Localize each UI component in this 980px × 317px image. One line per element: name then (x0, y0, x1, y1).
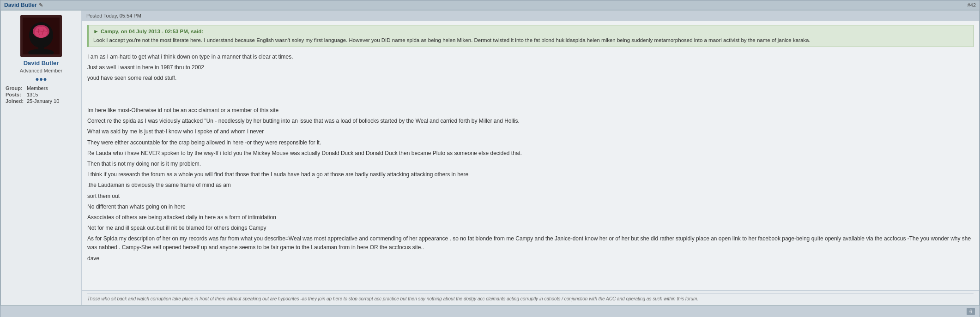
quote-block: ► Campy, on 04 July 2013 - 02:53 PM, sai… (87, 25, 974, 47)
posts-label: Posts: (6, 92, 25, 97)
post-header-bar: Posted Today, 05:54 PM (82, 11, 979, 21)
post-line (87, 85, 974, 94)
quote-text: Look I accept you're not the most litera… (93, 36, 968, 44)
user-sidebar: David Butler Advanced Member ●●● Group: … (1, 11, 82, 305)
posts-row: Posts: 1315 (6, 92, 77, 97)
page-number[interactable]: 6 (967, 308, 975, 315)
user-title: Advanced Member (20, 68, 62, 73)
signature: Those who sit back and watch corruption … (87, 293, 974, 302)
post-footer: Those who sit back and watch corruption … (82, 290, 979, 305)
user-rank-dots: ●●● (35, 75, 47, 83)
avatar-container (20, 15, 62, 57)
group-row: Group: Members (6, 85, 77, 91)
joined-value: 25-January 10 (27, 98, 59, 104)
post-line: As for Spida my description of her on my… (87, 234, 974, 252)
post-line: Correct re the spida as I was viciously … (87, 117, 974, 126)
post-line (87, 96, 974, 104)
bottom-bar: 6 (0, 305, 980, 317)
post-line: Re Lauda who i have NEVER spoken to by t… (87, 149, 974, 158)
post-line: What wa said by me is just that-I know w… (87, 127, 974, 136)
edit-icon: ✎ (39, 2, 43, 8)
joined-row: Joined: 25-January 10 (6, 98, 77, 104)
sidebar-username[interactable]: David Butler (24, 60, 59, 66)
post-body: ► Campy, on 04 July 2013 - 02:53 PM, sai… (82, 21, 979, 290)
posts-value: 1315 (27, 92, 38, 97)
username-header: David Butler ✎ (4, 2, 43, 8)
quote-arrow-icon: ► (93, 28, 99, 35)
post-outer-wrapper: David Butler ✎ #42 (0, 0, 980, 317)
avatar (20, 15, 62, 57)
post-line: Then that is not my doing nor is it my p… (87, 160, 974, 168)
post-line: .the Laudaman is obviously the same fram… (87, 181, 974, 190)
group-value: Members (27, 85, 48, 91)
group-label: Group: (6, 85, 25, 91)
username-label[interactable]: David Butler (4, 2, 37, 8)
post-line: Not for me and ill speak out-but ill nit… (87, 224, 974, 233)
post-line: Im here like most-Otherwise id not be an… (87, 106, 974, 115)
post-container: David Butler Advanced Member ●●● Group: … (0, 10, 980, 305)
post-line: dave (87, 254, 974, 263)
post-content-text: I am as I am-hard to get what i think do… (87, 53, 974, 263)
page-wrapper: David Butler ✎ #42 (0, 0, 980, 317)
post-timestamp: Posted Today, 05:54 PM (86, 13, 141, 18)
post-line: Associates of others are being attacked … (87, 213, 974, 222)
post-main: Posted Today, 05:54 PM ► Campy, on 04 Ju… (82, 11, 979, 305)
post-line: youd have seen some real odd stuff. (87, 74, 974, 83)
quote-attribution: Campy, on 04 July 2013 - 02:53 PM, said: (101, 29, 203, 34)
post-top-header: David Butler ✎ #42 (0, 0, 980, 10)
user-meta: Group: Members Posts: 1315 Joined: 25-Ja… (6, 85, 77, 105)
post-number: #42 (968, 2, 976, 8)
joined-label: Joined: (6, 98, 25, 104)
post-line: They were either accountable for the cra… (87, 138, 974, 147)
post-line: I think if you research the forum as a w… (87, 170, 974, 179)
post-line: No different than whats going on in here (87, 203, 974, 211)
quote-header: ► Campy, on 04 July 2013 - 02:53 PM, sai… (93, 28, 968, 35)
post-line: Just as well i wasnt in here in 1987 thr… (87, 63, 974, 72)
post-line: I am as I am-hard to get what i think do… (87, 53, 974, 61)
post-line: sort them out (87, 192, 974, 201)
